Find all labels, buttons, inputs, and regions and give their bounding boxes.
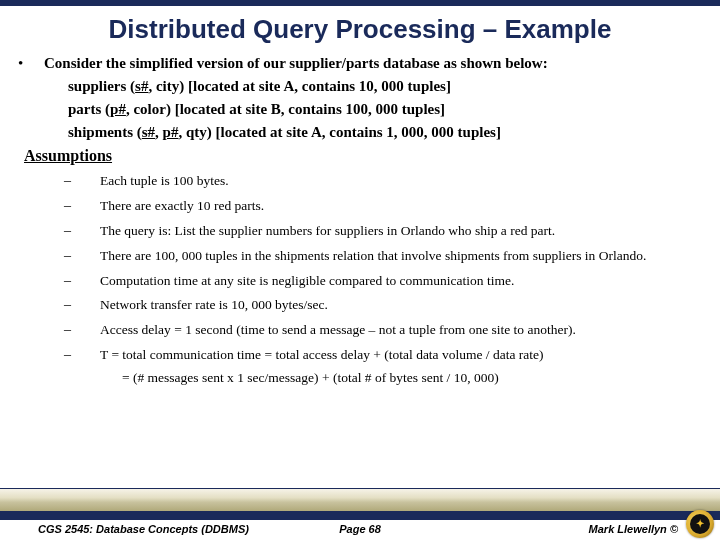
rel-name: suppliers ( [68,78,135,94]
rel-name: shipments ( [68,124,142,140]
slide-body: • Consider the simplified version of our… [0,55,720,386]
relation-suppliers: suppliers (s#, city) [located at site A,… [68,78,702,95]
top-accent-bar [0,0,720,6]
assumption-item: – There are exactly 10 red parts. [18,198,702,215]
formula-line: = (# messages sent x 1 sec/message) + (t… [18,370,702,386]
dash-icon: – [64,322,100,339]
rel-mid: , [155,124,163,140]
dash-icon: – [64,198,100,215]
assumption-text: Network transfer rate is 10, 000 bytes/s… [100,297,702,314]
rel-rest: , city) [located at site A, contains 10,… [148,78,450,94]
assumption-item: – Computation time at any site is neglig… [18,273,702,290]
intro-bullet-row: • Consider the simplified version of our… [18,55,702,72]
relation-shipments: shipments (s#, p#, qty) [located at site… [68,124,702,141]
footer-page: Page 68 [339,523,381,535]
intro-text: Consider the simplified version of our s… [44,55,548,72]
logo-glyph: ✦ [693,517,707,531]
dash-icon: – [64,173,100,190]
assumption-text: Computation time at any site is negligib… [100,273,702,290]
assumption-item: – Each tuple is 100 bytes. [18,173,702,190]
relation-parts: parts (p#, color) [located at site B, co… [68,101,702,118]
dash-icon: – [64,248,100,265]
dash-icon: – [64,347,100,364]
assumption-item: – T = total communication time = total a… [18,347,702,364]
assumption-text: The query is: List the supplier numbers … [100,223,702,240]
rel-rest: , color) [located at site B, contains 10… [126,101,445,117]
rel-key: p# [110,101,126,117]
rel-name: parts ( [68,101,110,117]
assumption-text: Access delay = 1 second (time to send a … [100,322,702,339]
dash-icon: – [64,297,100,314]
rel-key1: s# [142,124,155,140]
rel-key: s# [135,78,148,94]
assumption-item: – Access delay = 1 second (time to send … [18,322,702,339]
footer-course: CGS 2545: Database Concepts (DDBMS) [38,523,249,535]
assumptions-heading: Assumptions [24,147,702,165]
rel-rest: , qty) [located at site A, contains 1, 0… [178,124,501,140]
footer-row: CGS 2545: Database Concepts (DDBMS) Page… [0,518,720,540]
assumption-item: – Network transfer rate is 10, 000 bytes… [18,297,702,314]
assumption-text: There are exactly 10 red parts. [100,198,702,215]
footer-author: Mark Llewellyn © [589,523,678,535]
logo-outer-circle: ✦ [686,510,714,538]
ucf-logo-icon: ✦ [686,510,714,538]
assumption-item: – The query is: List the supplier number… [18,223,702,240]
slide-title: Distributed Query Processing – Example [0,14,720,45]
dash-icon: – [64,273,100,290]
footer-gradient-band [0,488,720,512]
assumption-text: Each tuple is 100 bytes. [100,173,702,190]
assumption-text: There are 100, 000 tuples in the shipmen… [100,248,702,265]
rel-key2: p# [163,124,179,140]
bullet-icon: • [18,55,44,72]
assumption-text: T = total communication time = total acc… [100,347,702,364]
dash-icon: – [64,223,100,240]
assumption-item: – There are 100, 000 tuples in the shipm… [18,248,702,265]
